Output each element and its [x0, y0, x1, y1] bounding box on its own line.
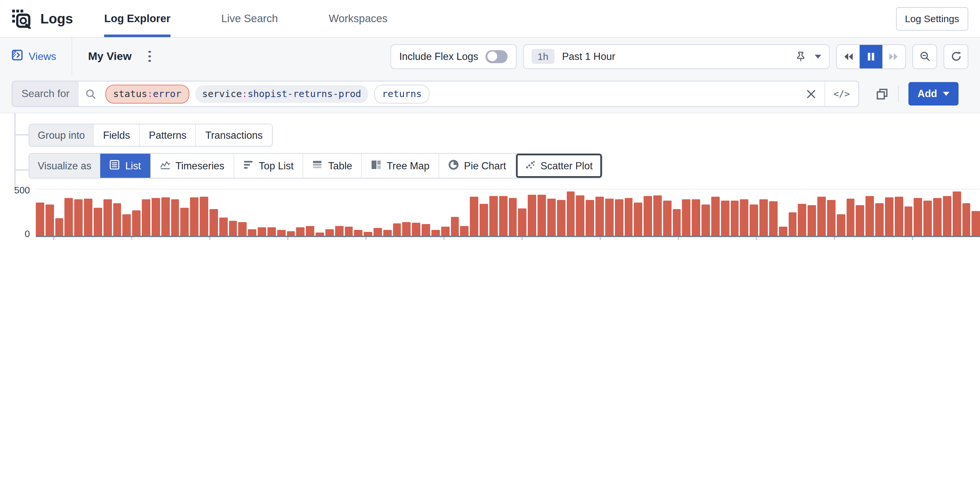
histogram-bar[interactable] [258, 227, 266, 236]
histogram-bar[interactable] [431, 230, 440, 236]
clear-search-icon[interactable] [797, 81, 824, 106]
histogram-bar[interactable] [865, 196, 874, 236]
histogram-bar[interactable] [277, 230, 285, 236]
histogram-bar[interactable] [123, 214, 131, 236]
histogram-bar[interactable] [692, 199, 700, 236]
tab-workspaces[interactable]: Workspaces [329, 0, 388, 37]
group-option-fields[interactable]: Fields [93, 124, 139, 146]
histogram-bar[interactable] [730, 201, 739, 236]
histogram-bar[interactable] [538, 195, 546, 236]
viz-option-table[interactable]: Table [302, 154, 361, 178]
histogram-bar[interactable] [904, 206, 913, 236]
histogram-bar[interactable] [711, 197, 720, 236]
histogram-bar[interactable] [624, 198, 633, 236]
zoom-out-button[interactable] [912, 44, 937, 69]
histogram-bar[interactable] [354, 230, 363, 236]
histogram-bar[interactable] [65, 198, 73, 236]
histogram-bar[interactable] [769, 201, 778, 236]
histogram-bar[interactable] [412, 223, 421, 236]
pause-button[interactable] [860, 45, 882, 68]
pin-icon[interactable] [796, 51, 806, 62]
histogram-bar[interactable] [383, 230, 392, 236]
histogram-bar[interactable] [335, 226, 343, 236]
histogram-bar[interactable] [566, 192, 575, 236]
histogram-bar[interactable] [894, 197, 903, 236]
histogram-bar[interactable] [374, 228, 382, 236]
search-bar[interactable]: Search for status:errorservice:shopist-r… [12, 81, 859, 107]
fast-forward-button[interactable] [882, 45, 905, 68]
histogram-bar[interactable] [402, 222, 411, 236]
search-token-service[interactable]: service:shopist-returns-prod [195, 85, 368, 102]
histogram-bar[interactable] [875, 203, 884, 236]
histogram-bar[interactable] [576, 195, 585, 236]
histogram-bar[interactable] [132, 210, 141, 236]
histogram-bar[interactable] [837, 214, 845, 236]
histogram-bar[interactable] [296, 227, 305, 236]
histogram-bar[interactable] [325, 229, 334, 236]
histogram-bar[interactable] [518, 209, 527, 236]
histogram-bar[interactable] [75, 199, 83, 236]
histogram-bar[interactable] [605, 199, 614, 236]
histogram-bar[interactable] [36, 203, 44, 236]
tab-live-search[interactable]: Live Search [221, 0, 278, 37]
histogram-bar[interactable] [470, 197, 479, 236]
histogram-bar[interactable] [441, 226, 450, 236]
histogram-bar[interactable] [557, 200, 565, 236]
histogram-bar[interactable] [972, 211, 980, 236]
group-option-patterns[interactable]: Patterns [139, 124, 196, 146]
histogram-bar[interactable] [923, 201, 932, 236]
histogram-bar[interactable] [94, 208, 102, 236]
histogram-bar[interactable] [451, 217, 459, 236]
histogram-bar[interactable] [316, 233, 324, 236]
histogram-bar[interactable] [499, 196, 508, 236]
histogram-bar[interactable] [547, 199, 556, 236]
viz-option-timeseries[interactable]: Timeseries [150, 154, 233, 178]
histogram-bar[interactable] [721, 201, 729, 236]
add-button[interactable]: Add [908, 82, 959, 105]
histogram-bar[interactable] [267, 227, 276, 236]
histogram-bar[interactable] [306, 226, 314, 236]
rewind-button[interactable] [837, 45, 860, 68]
histogram-bar[interactable] [673, 209, 681, 236]
histogram-bar[interactable] [422, 224, 430, 236]
histogram-bar[interactable] [914, 198, 923, 236]
code-view-icon[interactable]: </> [825, 81, 858, 106]
histogram-bar[interactable] [952, 191, 961, 236]
copy-icon[interactable] [876, 88, 888, 100]
histogram-bar[interactable] [364, 232, 372, 236]
histogram-bar[interactable] [84, 199, 92, 236]
histogram-bar[interactable] [528, 195, 536, 236]
histogram-bar[interactable] [393, 223, 401, 236]
histogram-bar[interactable] [759, 199, 768, 236]
histogram-bar[interactable] [46, 205, 54, 236]
viz-option-list[interactable]: List [100, 154, 150, 178]
histogram-bar[interactable] [653, 195, 662, 236]
histogram-bar[interactable] [286, 231, 295, 236]
histogram-bar[interactable] [933, 198, 942, 236]
histogram-bar[interactable] [171, 199, 179, 236]
histogram-bar[interactable] [962, 203, 970, 236]
viz-option-scatter-plot[interactable]: Scatter Plot [515, 154, 601, 178]
histogram-bar[interactable] [152, 198, 160, 236]
histogram-bar[interactable] [113, 203, 121, 236]
histogram-bar[interactable] [55, 218, 64, 236]
histogram-bar[interactable] [779, 226, 788, 236]
search-token-status[interactable]: status:error [105, 85, 189, 103]
histogram-bar[interactable] [142, 199, 150, 236]
histogram-bar[interactable] [595, 197, 604, 236]
group-option-transactions[interactable]: Transactions [196, 124, 272, 146]
histogram-bar[interactable] [345, 226, 353, 236]
viz-option-tree-map[interactable]: Tree Map [361, 154, 439, 178]
histogram-bar[interactable] [210, 209, 218, 236]
datadog-logs-logo-icon[interactable] [12, 9, 34, 28]
histogram-bar[interactable] [798, 204, 807, 236]
histogram-bar[interactable] [663, 201, 671, 236]
include-flex-logs-toggle[interactable] [485, 50, 508, 63]
histogram-bar[interactable] [509, 198, 517, 236]
histogram-bar[interactable] [827, 200, 835, 236]
histogram-bar[interactable] [885, 197, 894, 236]
histogram-bar[interactable] [740, 199, 749, 236]
histogram-bar[interactable] [943, 196, 951, 236]
histogram-bar[interactable] [808, 205, 816, 236]
histogram-bar[interactable] [817, 197, 826, 236]
